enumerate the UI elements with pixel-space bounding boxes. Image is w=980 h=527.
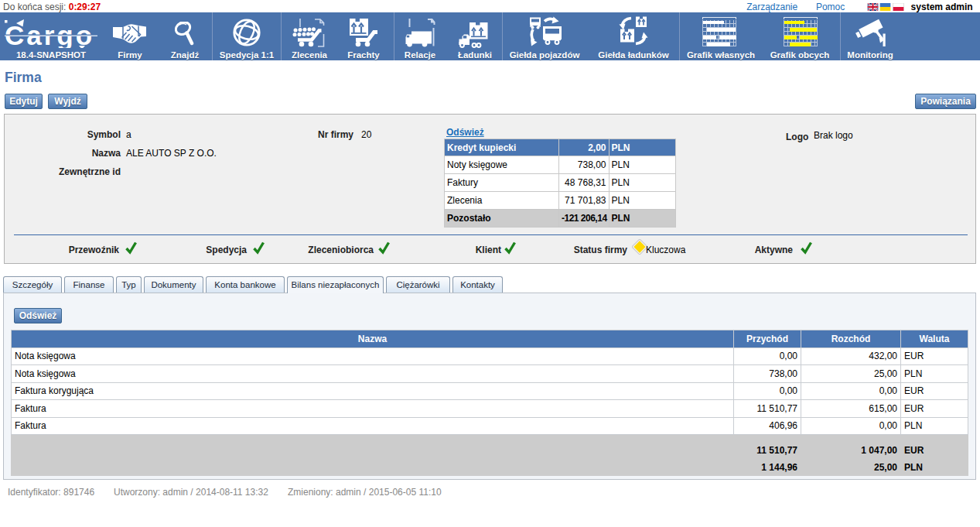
svg-text:Cargo: Cargo xyxy=(5,20,94,48)
